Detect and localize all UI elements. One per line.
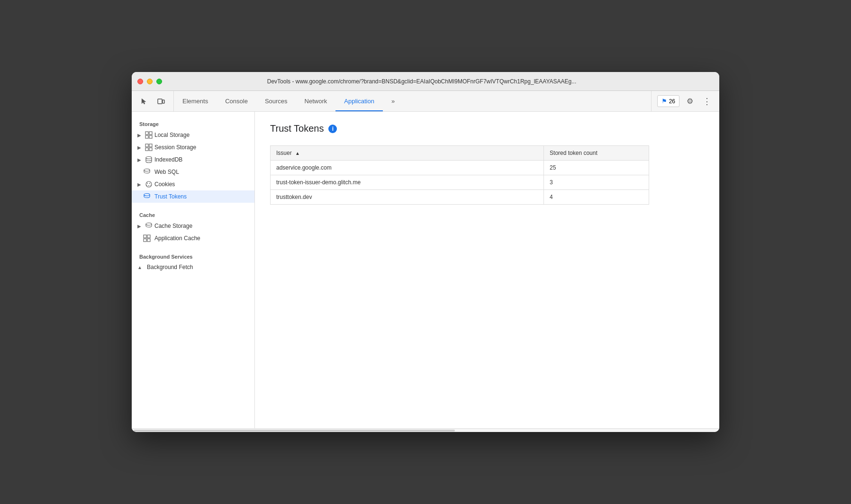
svg-rect-24 [147, 239, 150, 242]
sidebar-item-cookies[interactable]: ▶ Cookies [132, 178, 254, 190]
cookies-label: Cookies [154, 181, 175, 188]
col-header-count[interactable]: Stored token count [544, 146, 649, 161]
window-title: DevTools - www.google.com/chrome/?brand=… [132, 78, 714, 85]
chevron-right-icon: ▶ [137, 182, 143, 187]
issuer-cell: adservice.google.com [271, 161, 544, 175]
count-cell: 4 [544, 190, 649, 205]
svg-rect-1 [163, 100, 164, 103]
sidebar-item-indexeddb[interactable]: ▶ IndexedDB [132, 153, 254, 166]
svg-point-15 [149, 183, 150, 184]
background-section-label: Background Services [132, 250, 254, 261]
count-cell: 25 [544, 161, 649, 175]
indexeddb-label: IndexedDB [154, 156, 182, 163]
svg-rect-0 [158, 99, 162, 104]
svg-rect-3 [145, 132, 148, 135]
page-title-row: Trust Tokens i [270, 123, 704, 134]
sidebar-item-application-cache[interactable]: Application Cache [132, 232, 254, 244]
device-icon[interactable] [154, 95, 168, 108]
titlebar: DevTools - www.google.com/chrome/?brand=… [132, 72, 719, 91]
svg-point-20 [146, 223, 152, 225]
svg-point-13 [146, 181, 152, 187]
cache-storage-icon [145, 222, 153, 230]
trust-tokens-tbody: adservice.google.com 25 trust-token-issu… [271, 161, 649, 205]
trust-tokens-table: Issuer ▲ Stored token count adservice.go… [270, 145, 649, 205]
issues-count: 26 [669, 98, 675, 105]
sidebar-item-cache-storage[interactable]: ▶ Cache Storage [132, 220, 254, 232]
trust-tokens-label: Trust Tokens [154, 193, 187, 200]
web-sql-label: Web SQL [154, 169, 179, 175]
svg-point-18 [150, 185, 151, 186]
issues-icon: ⚑ [661, 98, 667, 105]
svg-rect-8 [149, 144, 152, 147]
svg-rect-5 [145, 135, 148, 138]
websql-icon [143, 168, 151, 176]
svg-rect-10 [149, 148, 152, 151]
svg-rect-6 [149, 135, 152, 138]
chevron-right-icon: ▶ [137, 145, 143, 150]
table-row: trust-token-issuer-demo.glitch.me 3 [271, 175, 649, 190]
devtools-window: DevTools - www.google.com/chrome/?brand=… [132, 72, 719, 432]
storage-section-label: Storage [132, 117, 254, 129]
settings-icon: ⚙ [687, 97, 693, 106]
chevron-right-icon: ▶ [137, 224, 143, 229]
issuer-cell: trust-token-issuer-demo.glitch.me [271, 175, 544, 190]
sidebar-item-trust-tokens[interactable]: Trust Tokens [132, 190, 254, 203]
table-row: trusttoken.dev 4 [271, 190, 649, 205]
local-storage-icon [145, 131, 153, 139]
svg-rect-7 [145, 144, 148, 147]
sidebar-item-session-storage[interactable]: ▶ Session Storage [132, 141, 254, 153]
svg-rect-23 [144, 239, 146, 242]
devtools-toolbar: Elements Console Sources Network Applica… [132, 91, 719, 112]
count-cell: 3 [544, 175, 649, 190]
tab-console[interactable]: Console [217, 91, 256, 111]
toolbar-icons [132, 91, 174, 111]
tab-elements[interactable]: Elements [174, 91, 217, 111]
tab-application[interactable]: Application [335, 91, 383, 111]
svg-point-14 [147, 183, 148, 184]
cookies-icon [145, 180, 153, 188]
issues-badge[interactable]: ⚑ 26 [657, 95, 679, 107]
tab-network[interactable]: Network [296, 91, 336, 111]
svg-rect-21 [144, 235, 146, 238]
svg-point-19 [144, 194, 150, 196]
sort-asc-icon: ▲ [295, 151, 300, 156]
tab-sources[interactable]: Sources [256, 91, 296, 111]
sidebar-scrollbar-thumb[interactable] [134, 430, 455, 432]
application-cache-icon [143, 234, 151, 242]
session-storage-icon [145, 144, 153, 151]
settings-button[interactable]: ⚙ [683, 95, 697, 108]
more-tabs-button[interactable]: » [383, 91, 403, 111]
indexeddb-icon [145, 156, 153, 163]
chevron-right-icon: ▶ [137, 133, 143, 138]
local-storage-label: Local Storage [154, 132, 190, 138]
svg-point-17 [146, 185, 147, 186]
info-icon[interactable]: i [328, 125, 337, 133]
sidebar-item-background-fetch[interactable]: ▲ Background Fetch [132, 261, 254, 273]
sidebar-item-local-storage[interactable]: ▶ Local Storage [132, 129, 254, 141]
table-row: adservice.google.com 25 [271, 161, 649, 175]
session-storage-label: Session Storage [154, 144, 196, 151]
svg-point-12 [144, 169, 150, 171]
sidebar: Storage ▶ Local Storage ▶ [132, 112, 255, 428]
main-panel: Trust Tokens i Issuer ▲ Stored token cou… [255, 112, 719, 428]
svg-rect-4 [149, 132, 152, 135]
page-title: Trust Tokens [270, 123, 324, 134]
svg-point-16 [148, 185, 149, 186]
toolbar-right: ⚑ 26 ⚙ ⋮ [651, 91, 719, 111]
cache-storage-label: Cache Storage [154, 223, 192, 229]
col-header-issuer[interactable]: Issuer ▲ [271, 146, 544, 161]
cursor-icon[interactable] [137, 95, 151, 108]
chevron-up-icon: ▲ [137, 265, 143, 270]
tab-bar: Elements Console Sources Network Applica… [174, 91, 651, 111]
sidebar-item-web-sql[interactable]: Web SQL [132, 166, 254, 178]
chevron-right-icon: ▶ [137, 157, 143, 162]
cache-section-label: Cache [132, 208, 254, 220]
application-cache-label: Application Cache [154, 235, 200, 242]
more-options-button[interactable]: ⋮ [700, 95, 714, 108]
trust-tokens-icon [143, 193, 151, 200]
more-icon: ⋮ [703, 96, 711, 107]
svg-point-11 [146, 157, 152, 159]
sidebar-scrollbar [132, 428, 719, 432]
devtools-body: Storage ▶ Local Storage ▶ [132, 112, 719, 428]
background-fetch-label: Background Fetch [147, 264, 193, 270]
